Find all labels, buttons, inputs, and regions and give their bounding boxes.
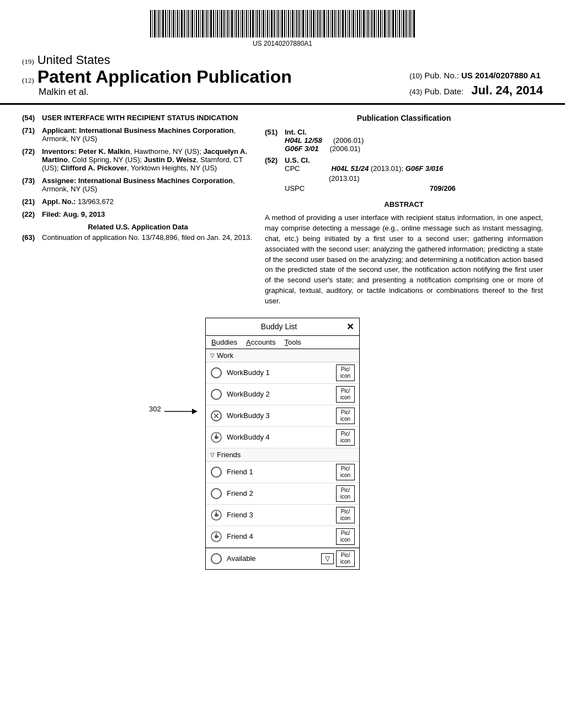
svg-rect-0 [150, 10, 151, 38]
buddy-workbuddy1: WorkBuddy 1 Pic/icon [206, 362, 359, 384]
menu-item-tools[interactable]: Tools [284, 338, 301, 346]
svg-rect-75 [307, 10, 308, 38]
type-num: (12) [22, 76, 34, 85]
pic-icon-workbuddy3: Pic/icon [336, 408, 355, 424]
svg-rect-117 [395, 10, 396, 38]
empty-circle-icon [211, 367, 222, 378]
appl-no-section: (21) Appl. No.: 13/963,672 [22, 197, 254, 206]
main-content: (54) USER INTERFACE WITH RECIPIENT STATU… [0, 105, 565, 307]
barcode-area: US 20140207880A1 [0, 0, 565, 53]
uspc-label: USPC [285, 184, 305, 192]
buddy-name-workbuddy3: WorkBuddy 3 [227, 411, 336, 420]
svg-marker-128 [192, 409, 198, 414]
svg-rect-7 [165, 10, 166, 38]
svg-rect-29 [210, 10, 212, 38]
svg-rect-33 [219, 10, 220, 38]
related-section: Related U.S. Application Data (63) Conti… [22, 223, 254, 242]
svg-rect-89 [337, 10, 337, 38]
pub-no-value: US 2014/0207880 A1 [461, 71, 541, 80]
svg-rect-19 [190, 10, 190, 38]
svg-rect-37 [227, 10, 228, 38]
svg-rect-2 [154, 10, 156, 38]
svg-rect-95 [349, 10, 350, 38]
applicant-content: Applicant: International Business Machin… [42, 126, 254, 143]
inventors-label: Inventors: [42, 147, 77, 156]
barcode-image [150, 10, 415, 38]
svg-rect-84 [326, 10, 327, 38]
svg-rect-30 [213, 10, 214, 38]
menu-item-buddies[interactable]: Buddies [211, 338, 237, 346]
available-dropdown[interactable]: ▽ [321, 553, 334, 564]
svg-rect-6 [162, 10, 164, 38]
menu-item-accounts[interactable]: Accounts [246, 338, 275, 346]
pub-date-value: Jul. 24, 2014 [471, 83, 543, 97]
assignee-section: (73) Assignee: International Business Ma… [22, 176, 254, 193]
svg-rect-78 [313, 10, 315, 38]
empty-circle-icon [211, 389, 222, 400]
svg-rect-25 [202, 10, 204, 38]
pic-icon-workbuddy4: Pic/icon [336, 429, 355, 446]
int-cl-1: H04L 12/58 [285, 136, 322, 144]
buddy-name-workbuddy1: WorkBuddy 1 [227, 368, 336, 377]
assignee-num: (73) [22, 176, 42, 193]
group-work-header[interactable]: ▽ Work [206, 349, 359, 362]
assignee-value: International Business Machines Corporat… [78, 176, 233, 185]
svg-rect-41 [236, 10, 237, 38]
svg-rect-20 [191, 10, 193, 38]
status-icon-available [210, 553, 222, 565]
svg-rect-48 [250, 10, 251, 38]
svg-rect-91 [340, 10, 341, 38]
status-icon-friend4 [210, 531, 222, 543]
svg-rect-85 [328, 10, 329, 38]
buddy-name-friend1: Friend 1 [227, 468, 336, 476]
buddy-workbuddy4: WorkBuddy 4 Pic/icon [206, 427, 359, 448]
x-circle-icon: ✕ [211, 410, 222, 421]
patent-number: US 20140207880A1 [0, 40, 565, 47]
continuation-num: (63) [22, 233, 42, 242]
svg-rect-93 [345, 10, 346, 38]
group-friends-header[interactable]: ▽ Friends [206, 448, 359, 462]
buddy-name-friend3: Friend 3 [227, 511, 336, 519]
svg-rect-43 [240, 10, 241, 38]
svg-rect-3 [157, 10, 157, 38]
svg-rect-47 [248, 10, 249, 38]
buddy-list-ui: Buddy List ✕ Buddies Accounts Tools ▽ Wo… [205, 318, 360, 570]
svg-rect-4 [158, 10, 159, 38]
pic-icon-friend2: Pic/icon [336, 485, 355, 502]
buddy-name-friend4: Friend 4 [227, 532, 336, 540]
svg-rect-1 [152, 10, 153, 38]
cpc-label: CPC [285, 164, 300, 173]
empty-circle-icon [211, 488, 222, 499]
close-button[interactable]: ✕ [347, 322, 354, 332]
svg-rect-106 [371, 10, 372, 38]
svg-rect-53 [261, 10, 262, 38]
annotation-arrow [164, 406, 198, 417]
svg-rect-72 [301, 10, 301, 38]
svg-rect-98 [355, 10, 356, 38]
abstract-text: A method of providing a user interface w… [265, 213, 543, 307]
invention-title: USER INTERFACE WITH RECIPIENT STATUS IND… [42, 114, 254, 122]
svg-rect-32 [217, 10, 218, 38]
svg-rect-100 [359, 10, 360, 38]
svg-rect-40 [234, 10, 234, 38]
triangle-work: ▽ [210, 352, 215, 358]
svg-rect-110 [380, 10, 381, 38]
svg-rect-49 [252, 10, 254, 38]
int-cl-content: Int. Cl. H04L 12/58 (2006.01) G06F 3/01 … [285, 128, 543, 153]
svg-rect-79 [316, 10, 316, 38]
svg-rect-54 [263, 10, 264, 38]
buddy-workbuddy2: WorkBuddy 2 Pic/icon [206, 384, 359, 405]
buddy-friend4: Friend 4 Pic/icon [206, 526, 359, 548]
svg-rect-23 [198, 10, 199, 38]
svg-rect-17 [186, 10, 186, 38]
svg-rect-61 [278, 10, 279, 38]
svg-rect-14 [179, 10, 180, 38]
svg-rect-107 [374, 10, 375, 38]
header-right: (10) Pub. No.: US 2014/0207880 A1 (43) P… [409, 71, 543, 98]
applicant-value: International Business Machines Corporat… [79, 126, 233, 135]
status-icon-workbuddy2 [210, 388, 222, 400]
continuation-section: (63) Continuation of application No. 13/… [22, 233, 254, 242]
buddy-list-title: Buddy List [211, 322, 347, 331]
svg-rect-73 [302, 10, 304, 38]
int-cl-label: Int. Cl. [285, 128, 307, 136]
